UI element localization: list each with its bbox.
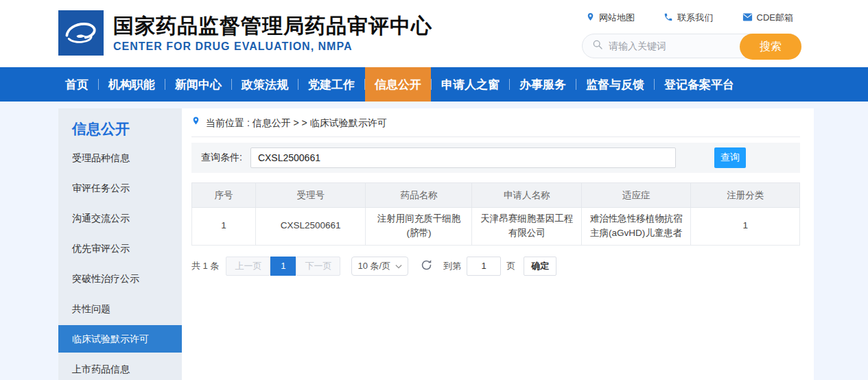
- breadcrumb: 当前位置 : 信息公开 > > 临床试验默示许可: [191, 115, 800, 137]
- sidebar-item-accepted-varieties[interactable]: 受理品种信息: [58, 143, 182, 173]
- cell-applicant-name: 天津昂赛细胞基因工程有限公司: [472, 208, 581, 246]
- nav-item-news[interactable]: 新闻中心: [165, 67, 231, 102]
- cell-acceptance-number: CXSL2500661: [256, 208, 366, 246]
- breadcrumb-text: 当前位置 : 信息公开 > > 临床试验默示许可: [206, 116, 387, 130]
- page-1-button[interactable]: 1: [270, 257, 296, 276]
- nav-item-home[interactable]: 首页: [56, 67, 98, 102]
- contact-link[interactable]: 联系我们: [664, 12, 713, 24]
- sidebar: 信息公开 受理品种信息 审评任务公示 沟通交流公示 优先审评公示 突破性治疗公示…: [58, 108, 182, 380]
- sidebar-title: 信息公开: [58, 108, 182, 143]
- header-right: 网站地图 联系我们 CDE邮箱 搜索: [582, 12, 801, 58]
- col-header-registration-category: 注册分类: [691, 183, 800, 208]
- site-subtitle: CENTER FOR DRUG EVALUATION, NMPA: [113, 40, 432, 53]
- cell-registration-category: 1: [691, 208, 800, 246]
- search-icon: [592, 39, 603, 53]
- query-button[interactable]: 查询: [714, 147, 746, 168]
- content: 信息公开 受理品种信息 审评任务公示 沟通交流公示 优先审评公示 突破性治疗公示…: [58, 102, 814, 380]
- goto-page-input[interactable]: [467, 257, 501, 276]
- results-table: 序号 受理号 药品名称 申请人名称 适应症 注册分类 1 CXSL2500661…: [191, 182, 800, 246]
- pagination-total: 共 1 条: [191, 260, 219, 272]
- sitemap-link[interactable]: 网站地图: [586, 12, 635, 24]
- header: 国家药品监督管理局药品审评中心 CENTER FOR DRUG EVALUATI…: [0, 0, 868, 67]
- envelope-icon: [742, 13, 753, 23]
- col-header-drug-name: 药品名称: [366, 183, 472, 208]
- site-search-bar: 搜索: [582, 34, 801, 58]
- cde-logo-icon: [58, 10, 104, 56]
- site-title: 国家药品监督管理局药品审评中心: [113, 14, 432, 38]
- pagination: 共 1 条 上一页 1 下一页 10 条/页 到第 页 确定: [191, 257, 800, 276]
- page-unit-label: 页: [506, 260, 515, 272]
- confirm-button[interactable]: 确定: [524, 257, 556, 276]
- phone-icon: [664, 12, 673, 24]
- nav-item-party-building[interactable]: 党建工作: [298, 67, 364, 102]
- cell-index: 1: [192, 208, 256, 246]
- page-size-value: 10 条/页: [357, 260, 390, 272]
- main-nav: 首页 机构职能 新闻中心 政策法规 党建工作 信息公开 申请人之窗 办事服务 监…: [0, 67, 868, 102]
- logo: 国家药品监督管理局药品审评中心 CENTER FOR DRUG EVALUATI…: [58, 10, 432, 56]
- contact-link-label: 联系我们: [677, 12, 713, 24]
- query-bar: 查询条件: 查询: [191, 143, 800, 173]
- sidebar-item-marketed-drugs[interactable]: 上市药品信息: [58, 354, 182, 380]
- sidebar-item-clinical-trial-implied-license[interactable]: 临床试验默示许可: [58, 325, 182, 353]
- cell-indication: 难治性急性移植物抗宿主病(aGvHD)儿童患者: [581, 208, 690, 246]
- site-search-button[interactable]: 搜索: [740, 34, 801, 60]
- sidebar-item-priority-review[interactable]: 优先审评公示: [58, 233, 182, 263]
- goto-page-label: 到第: [443, 260, 461, 272]
- site-title-block: 国家药品监督管理局药品审评中心 CENTER FOR DRUG EVALUATI…: [113, 14, 432, 53]
- chevron-down-icon: [395, 261, 402, 271]
- cde-mail-link[interactable]: CDE邮箱: [742, 12, 793, 24]
- table-header-row: 序号 受理号 药品名称 申请人名称 适应症 注册分类: [192, 183, 800, 208]
- cell-drug-name: 注射用间充质干细胞(脐带): [366, 208, 472, 246]
- refresh-icon: [421, 259, 432, 273]
- quick-links: 网站地图 联系我们 CDE邮箱: [582, 12, 801, 24]
- nav-item-registration-platform[interactable]: 登记备案平台: [655, 67, 744, 102]
- sidebar-item-breakthrough-therapy[interactable]: 突破性治疗公示: [58, 263, 182, 294]
- breadcrumb-pin-icon: [191, 115, 200, 130]
- nav-item-supervision-feedback[interactable]: 监督与反馈: [576, 67, 654, 102]
- col-header-applicant-name: 申请人名称: [472, 183, 581, 208]
- main-panel: 当前位置 : 信息公开 > > 临床试验默示许可 查询条件: 查询 序号 受理号…: [182, 108, 814, 380]
- site-search-input[interactable]: [609, 40, 732, 51]
- sidebar-item-communication[interactable]: 沟通交流公示: [58, 203, 182, 233]
- col-header-indication: 适应症: [581, 183, 690, 208]
- nav-item-applicant-window[interactable]: 申请人之窗: [432, 67, 509, 102]
- location-pin-icon: [586, 12, 595, 24]
- nav-item-policies[interactable]: 政策法规: [232, 67, 298, 102]
- cde-mail-link-label: CDE邮箱: [757, 12, 793, 24]
- table-row: 1 CXSL2500661 注射用间充质干细胞(脐带) 天津昂赛细胞基因工程有限…: [192, 208, 800, 246]
- col-header-index: 序号: [192, 183, 256, 208]
- nav-item-information-disclosure[interactable]: 信息公开: [365, 67, 431, 102]
- prev-page-button[interactable]: 上一页: [226, 257, 270, 276]
- query-input[interactable]: [250, 147, 676, 168]
- next-page-button[interactable]: 下一页: [296, 257, 340, 276]
- nav-item-services[interactable]: 办事服务: [510, 67, 576, 102]
- nav-item-functions[interactable]: 机构职能: [99, 67, 165, 102]
- sidebar-item-common-issues[interactable]: 共性问题: [58, 294, 182, 324]
- sitemap-link-label: 网站地图: [599, 12, 635, 24]
- sidebar-item-review-tasks[interactable]: 审评任务公示: [58, 173, 182, 203]
- col-header-acceptance-number: 受理号: [256, 183, 366, 208]
- page-size-select[interactable]: 10 条/页: [351, 257, 408, 276]
- refresh-button[interactable]: [421, 259, 432, 273]
- query-label: 查询条件:: [201, 152, 242, 164]
